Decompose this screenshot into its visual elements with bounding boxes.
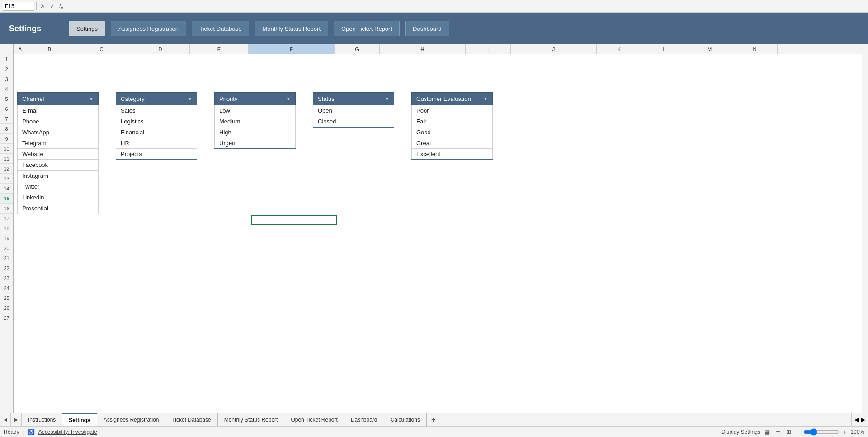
channel-item-9[interactable]: Linkedin <box>18 192 99 203</box>
row-num-21[interactable]: 21 <box>0 253 13 263</box>
zoom-slider[interactable] <box>803 428 840 436</box>
normal-view-btn[interactable]: ▦ <box>763 428 771 436</box>
eval-item-3[interactable]: Good <box>412 127 493 138</box>
col-header-g[interactable]: G <box>335 44 380 54</box>
channel-item-1[interactable]: E-mail <box>18 105 99 116</box>
channel-item-5[interactable]: Website <box>18 149 99 160</box>
row-num-23[interactable]: 23 <box>0 273 13 283</box>
function-icon[interactable]: fx <box>57 1 65 11</box>
nav-open-ticket-button[interactable]: Open Ticket Report <box>334 21 400 36</box>
row-num-14[interactable]: 14 <box>0 184 13 194</box>
nav-settings-button[interactable]: Settings <box>69 21 105 36</box>
row-num-13[interactable]: 13 <box>0 174 13 184</box>
col-header-b[interactable]: B <box>27 44 72 54</box>
channel-item-4[interactable]: Telegram <box>18 138 99 149</box>
tab-calculations[interactable]: Calculations <box>384 413 427 426</box>
col-header-m[interactable]: M <box>687 44 732 54</box>
row-num-1[interactable]: 1 <box>0 54 13 64</box>
cells-area[interactable]: Channel ▼ E-mail Phone Wh <box>14 54 862 413</box>
status-item-1[interactable]: Open <box>313 105 394 116</box>
category-dropdown-arrow[interactable]: ▼ <box>188 96 192 101</box>
category-item-3[interactable]: Financial <box>116 127 197 138</box>
tab-scroll-left[interactable]: ◀ <box>854 416 859 423</box>
priority-item-1[interactable]: Low <box>215 105 296 116</box>
page-layout-btn[interactable]: ▭ <box>774 428 782 436</box>
eval-item-2[interactable]: Fair <box>412 116 493 127</box>
zoom-plus[interactable]: + <box>842 428 848 436</box>
priority-header[interactable]: Priority ▼ <box>215 93 296 105</box>
col-header-d[interactable]: D <box>131 44 190 54</box>
row-num-4[interactable]: 4 <box>0 84 13 94</box>
nav-assignees-button[interactable]: Assignees Registration <box>111 21 186 36</box>
cancel-icon[interactable]: ✕ <box>38 2 47 10</box>
col-header-c[interactable]: C <box>72 44 131 54</box>
channel-item-3[interactable]: WhatsApp <box>18 127 99 138</box>
add-sheet-button[interactable]: + <box>427 413 440 426</box>
col-header-l[interactable]: L <box>642 44 687 54</box>
status-dropdown-arrow[interactable]: ▼ <box>385 96 389 101</box>
priority-item-4[interactable]: Urgent <box>215 138 296 149</box>
tab-dashboard[interactable]: Dashboard <box>344 413 384 426</box>
tab-open-ticket-report[interactable]: Open Ticket Report <box>284 413 344 426</box>
row-num-11[interactable]: 11 <box>0 154 13 164</box>
formula-input[interactable] <box>67 2 865 11</box>
nav-ticket-db-button[interactable]: Ticket Database <box>192 21 249 36</box>
customer-eval-header[interactable]: Customer Evaluation ▼ <box>412 93 493 105</box>
tab-monthly-status-report[interactable]: Monthly Status Report <box>218 413 285 426</box>
eval-item-5[interactable]: Excellent <box>412 149 493 160</box>
tab-nav-prev[interactable]: ◀ <box>0 413 11 426</box>
category-item-5[interactable]: Projects <box>116 149 197 160</box>
customer-eval-dropdown-arrow[interactable]: ▼ <box>483 96 488 101</box>
row-num-12[interactable]: 12 <box>0 164 13 174</box>
row-num-3[interactable]: 3 <box>0 74 13 84</box>
row-num-25[interactable]: 25 <box>0 293 13 303</box>
channel-item-10[interactable]: Presential <box>18 203 99 214</box>
row-num-24[interactable]: 24 <box>0 283 13 293</box>
row-num-2[interactable]: 2 <box>0 64 13 74</box>
row-num-22[interactable]: 22 <box>0 263 13 273</box>
priority-item-3[interactable]: High <box>215 127 296 138</box>
display-settings-label[interactable]: Display Settings <box>722 429 760 435</box>
row-num-16[interactable]: 16 <box>0 204 13 214</box>
channel-item-6[interactable]: Facebook <box>18 160 99 171</box>
row-num-8[interactable]: 8 <box>0 124 13 134</box>
row-num-5[interactable]: 5 <box>0 94 13 104</box>
zoom-minus[interactable]: − <box>795 428 801 436</box>
channel-header[interactable]: Channel ▼ <box>18 93 99 105</box>
nav-dashboard-button[interactable]: Dashboard <box>405 21 449 36</box>
tab-nav-next[interactable]: ▶ <box>11 413 22 426</box>
eval-item-4[interactable]: Great <box>412 138 493 149</box>
channel-item-2[interactable]: Phone <box>18 116 99 127</box>
col-header-j[interactable]: J <box>511 44 597 54</box>
col-header-h[interactable]: H <box>380 44 466 54</box>
row-num-26[interactable]: 26 <box>0 303 13 313</box>
tab-assignees-registration[interactable]: Assignees Registration <box>97 413 166 426</box>
category-item-4[interactable]: HR <box>116 138 197 149</box>
priority-dropdown-arrow[interactable]: ▼ <box>286 96 291 101</box>
vertical-scrollbar[interactable] <box>862 54 868 413</box>
tab-instructions[interactable]: Instructions <box>22 413 62 426</box>
col-header-a[interactable]: A <box>14 44 27 54</box>
channel-item-7[interactable]: Instagram <box>18 171 99 181</box>
status-item-2[interactable]: Closed <box>313 116 394 128</box>
tab-settings[interactable]: Settings <box>62 413 97 426</box>
col-header-e[interactable]: E <box>190 44 249 54</box>
col-header-n[interactable]: N <box>732 44 778 54</box>
tab-ticket-database[interactable]: Ticket Database <box>165 413 217 426</box>
category-item-2[interactable]: Logistics <box>116 116 197 127</box>
eval-item-1[interactable]: Poor <box>412 105 493 116</box>
row-num-10[interactable]: 10 <box>0 144 13 154</box>
row-num-18[interactable]: 18 <box>0 223 13 233</box>
channel-item-8[interactable]: Twitter <box>18 181 99 192</box>
category-header[interactable]: Category ▼ <box>116 93 197 105</box>
status-header[interactable]: Status ▼ <box>313 93 394 105</box>
row-num-20[interactable]: 20 <box>0 243 13 253</box>
priority-item-2[interactable]: Medium <box>215 116 296 127</box>
category-item-1[interactable]: Sales <box>116 105 197 116</box>
page-break-btn[interactable]: ⊞ <box>785 428 793 436</box>
row-num-19[interactable]: 19 <box>0 233 13 243</box>
cell-reference-box[interactable] <box>3 2 34 11</box>
row-num-15[interactable]: 15 <box>0 194 13 204</box>
row-num-17[interactable]: 17 <box>0 214 13 223</box>
tab-scroll-right[interactable]: ▶ <box>861 416 865 423</box>
